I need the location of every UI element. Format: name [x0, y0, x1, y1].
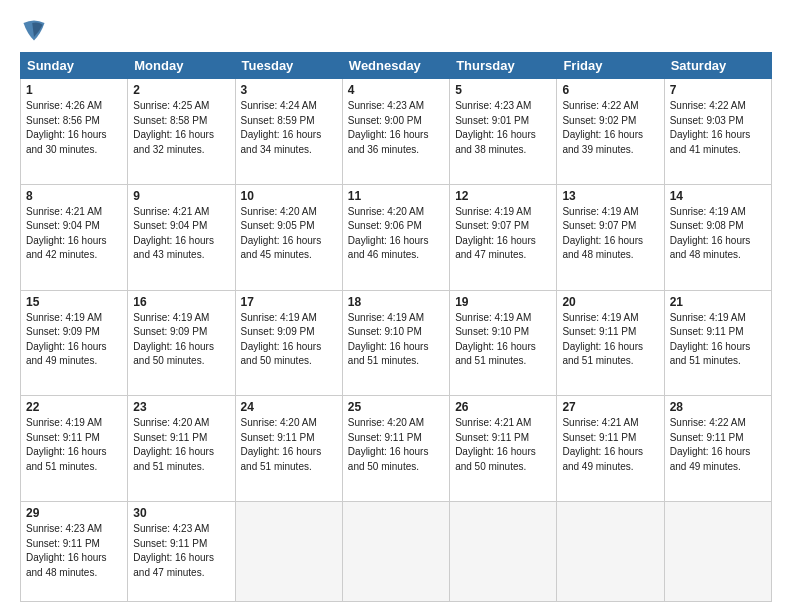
calendar-cell [557, 502, 664, 602]
day-number: 28 [670, 400, 766, 414]
day-number: 24 [241, 400, 337, 414]
cell-text: Sunrise: 4:23 AM Sunset: 9:11 PM Dayligh… [26, 522, 122, 580]
cell-text: Sunrise: 4:20 AM Sunset: 9:11 PM Dayligh… [241, 416, 337, 474]
calendar-cell: 4Sunrise: 4:23 AM Sunset: 9:00 PM Daylig… [342, 79, 449, 185]
cell-text: Sunrise: 4:23 AM Sunset: 9:00 PM Dayligh… [348, 99, 444, 157]
calendar-cell [235, 502, 342, 602]
day-number: 29 [26, 506, 122, 520]
cell-text: Sunrise: 4:21 AM Sunset: 9:04 PM Dayligh… [133, 205, 229, 263]
logo-icon [20, 16, 48, 44]
col-header-sunday: Sunday [21, 53, 128, 79]
cell-text: Sunrise: 4:19 AM Sunset: 9:11 PM Dayligh… [670, 311, 766, 369]
cell-text: Sunrise: 4:20 AM Sunset: 9:11 PM Dayligh… [133, 416, 229, 474]
day-number: 21 [670, 295, 766, 309]
calendar-cell: 10Sunrise: 4:20 AM Sunset: 9:05 PM Dayli… [235, 184, 342, 290]
day-number: 1 [26, 83, 122, 97]
cell-text: Sunrise: 4:22 AM Sunset: 9:11 PM Dayligh… [670, 416, 766, 474]
cell-text: Sunrise: 4:26 AM Sunset: 8:56 PM Dayligh… [26, 99, 122, 157]
logo [20, 16, 52, 44]
calendar-cell: 25Sunrise: 4:20 AM Sunset: 9:11 PM Dayli… [342, 396, 449, 502]
cell-text: Sunrise: 4:22 AM Sunset: 9:03 PM Dayligh… [670, 99, 766, 157]
cell-text: Sunrise: 4:19 AM Sunset: 9:09 PM Dayligh… [133, 311, 229, 369]
day-number: 3 [241, 83, 337, 97]
calendar-cell: 11Sunrise: 4:20 AM Sunset: 9:06 PM Dayli… [342, 184, 449, 290]
cell-text: Sunrise: 4:19 AM Sunset: 9:11 PM Dayligh… [562, 311, 658, 369]
cell-text: Sunrise: 4:23 AM Sunset: 9:11 PM Dayligh… [133, 522, 229, 580]
calendar-cell: 24Sunrise: 4:20 AM Sunset: 9:11 PM Dayli… [235, 396, 342, 502]
day-number: 17 [241, 295, 337, 309]
day-number: 19 [455, 295, 551, 309]
day-number: 9 [133, 189, 229, 203]
week-row-2: 8Sunrise: 4:21 AM Sunset: 9:04 PM Daylig… [21, 184, 772, 290]
cell-text: Sunrise: 4:19 AM Sunset: 9:07 PM Dayligh… [562, 205, 658, 263]
calendar-cell: 23Sunrise: 4:20 AM Sunset: 9:11 PM Dayli… [128, 396, 235, 502]
day-number: 2 [133, 83, 229, 97]
day-number: 10 [241, 189, 337, 203]
cell-text: Sunrise: 4:21 AM Sunset: 9:11 PM Dayligh… [562, 416, 658, 474]
day-number: 8 [26, 189, 122, 203]
calendar-cell [450, 502, 557, 602]
day-number: 14 [670, 189, 766, 203]
calendar-cell: 12Sunrise: 4:19 AM Sunset: 9:07 PM Dayli… [450, 184, 557, 290]
day-number: 11 [348, 189, 444, 203]
week-row-3: 15Sunrise: 4:19 AM Sunset: 9:09 PM Dayli… [21, 290, 772, 396]
calendar-cell: 1Sunrise: 4:26 AM Sunset: 8:56 PM Daylig… [21, 79, 128, 185]
col-header-saturday: Saturday [664, 53, 771, 79]
day-number: 5 [455, 83, 551, 97]
calendar-cell: 6Sunrise: 4:22 AM Sunset: 9:02 PM Daylig… [557, 79, 664, 185]
header-row: SundayMondayTuesdayWednesdayThursdayFrid… [21, 53, 772, 79]
calendar-cell: 21Sunrise: 4:19 AM Sunset: 9:11 PM Dayli… [664, 290, 771, 396]
day-number: 4 [348, 83, 444, 97]
cell-text: Sunrise: 4:19 AM Sunset: 9:09 PM Dayligh… [241, 311, 337, 369]
calendar-cell: 13Sunrise: 4:19 AM Sunset: 9:07 PM Dayli… [557, 184, 664, 290]
calendar-cell: 5Sunrise: 4:23 AM Sunset: 9:01 PM Daylig… [450, 79, 557, 185]
calendar-cell: 18Sunrise: 4:19 AM Sunset: 9:10 PM Dayli… [342, 290, 449, 396]
col-header-monday: Monday [128, 53, 235, 79]
day-number: 16 [133, 295, 229, 309]
calendar-cell: 3Sunrise: 4:24 AM Sunset: 8:59 PM Daylig… [235, 79, 342, 185]
calendar-cell: 19Sunrise: 4:19 AM Sunset: 9:10 PM Dayli… [450, 290, 557, 396]
header [20, 16, 772, 44]
cell-text: Sunrise: 4:19 AM Sunset: 9:10 PM Dayligh… [455, 311, 551, 369]
cell-text: Sunrise: 4:24 AM Sunset: 8:59 PM Dayligh… [241, 99, 337, 157]
day-number: 23 [133, 400, 229, 414]
calendar-cell: 17Sunrise: 4:19 AM Sunset: 9:09 PM Dayli… [235, 290, 342, 396]
cell-text: Sunrise: 4:19 AM Sunset: 9:08 PM Dayligh… [670, 205, 766, 263]
day-number: 25 [348, 400, 444, 414]
week-row-1: 1Sunrise: 4:26 AM Sunset: 8:56 PM Daylig… [21, 79, 772, 185]
day-number: 15 [26, 295, 122, 309]
calendar-cell: 29Sunrise: 4:23 AM Sunset: 9:11 PM Dayli… [21, 502, 128, 602]
cell-text: Sunrise: 4:19 AM Sunset: 9:09 PM Dayligh… [26, 311, 122, 369]
calendar-cell: 26Sunrise: 4:21 AM Sunset: 9:11 PM Dayli… [450, 396, 557, 502]
cell-text: Sunrise: 4:25 AM Sunset: 8:58 PM Dayligh… [133, 99, 229, 157]
calendar-cell: 16Sunrise: 4:19 AM Sunset: 9:09 PM Dayli… [128, 290, 235, 396]
calendar-cell: 22Sunrise: 4:19 AM Sunset: 9:11 PM Dayli… [21, 396, 128, 502]
day-number: 6 [562, 83, 658, 97]
col-header-thursday: Thursday [450, 53, 557, 79]
calendar-cell: 8Sunrise: 4:21 AM Sunset: 9:04 PM Daylig… [21, 184, 128, 290]
day-number: 30 [133, 506, 229, 520]
calendar-cell: 20Sunrise: 4:19 AM Sunset: 9:11 PM Dayli… [557, 290, 664, 396]
cell-text: Sunrise: 4:22 AM Sunset: 9:02 PM Dayligh… [562, 99, 658, 157]
calendar-cell: 15Sunrise: 4:19 AM Sunset: 9:09 PM Dayli… [21, 290, 128, 396]
page: SundayMondayTuesdayWednesdayThursdayFrid… [0, 0, 792, 612]
col-header-tuesday: Tuesday [235, 53, 342, 79]
week-row-4: 22Sunrise: 4:19 AM Sunset: 9:11 PM Dayli… [21, 396, 772, 502]
day-number: 20 [562, 295, 658, 309]
cell-text: Sunrise: 4:19 AM Sunset: 9:10 PM Dayligh… [348, 311, 444, 369]
col-header-wednesday: Wednesday [342, 53, 449, 79]
cell-text: Sunrise: 4:20 AM Sunset: 9:06 PM Dayligh… [348, 205, 444, 263]
week-row-5: 29Sunrise: 4:23 AM Sunset: 9:11 PM Dayli… [21, 502, 772, 602]
day-number: 12 [455, 189, 551, 203]
calendar-cell: 9Sunrise: 4:21 AM Sunset: 9:04 PM Daylig… [128, 184, 235, 290]
day-number: 13 [562, 189, 658, 203]
calendar-cell: 2Sunrise: 4:25 AM Sunset: 8:58 PM Daylig… [128, 79, 235, 185]
calendar-cell: 7Sunrise: 4:22 AM Sunset: 9:03 PM Daylig… [664, 79, 771, 185]
calendar-cell: 27Sunrise: 4:21 AM Sunset: 9:11 PM Dayli… [557, 396, 664, 502]
day-number: 22 [26, 400, 122, 414]
cell-text: Sunrise: 4:21 AM Sunset: 9:04 PM Dayligh… [26, 205, 122, 263]
calendar-cell: 14Sunrise: 4:19 AM Sunset: 9:08 PM Dayli… [664, 184, 771, 290]
day-number: 18 [348, 295, 444, 309]
day-number: 27 [562, 400, 658, 414]
cell-text: Sunrise: 4:20 AM Sunset: 9:05 PM Dayligh… [241, 205, 337, 263]
